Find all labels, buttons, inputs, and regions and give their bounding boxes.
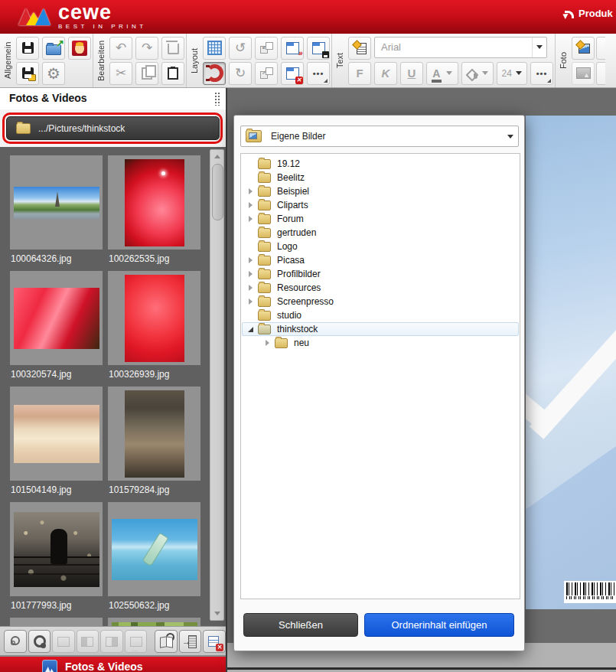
layout-more-button[interactable]: •••: [307, 62, 330, 85]
snap-magnet-button[interactable]: [203, 62, 226, 85]
photo-thumbnail[interactable]: [10, 271, 103, 365]
page-save-button[interactable]: [307, 37, 330, 60]
application-window: cewe BEST IN PRINT Produk Allgemein ⚙: [0, 0, 616, 672]
photo-thumbnail[interactable]: [10, 155, 103, 250]
tree-item-resources[interactable]: Resources: [242, 281, 519, 295]
bold-button[interactable]: F: [348, 62, 371, 85]
text-more-button[interactable]: •••: [530, 62, 553, 85]
send-backward-button[interactable]: ↙: [255, 37, 278, 60]
photo-thumbnail[interactable]: [10, 618, 103, 626]
expander-icon[interactable]: [246, 325, 255, 334]
photo-thumbnail[interactable]: [108, 271, 200, 365]
tree-item-picasa[interactable]: Picasa: [242, 253, 519, 267]
photo-scrollbar[interactable]: [210, 149, 224, 621]
remove-images-button[interactable]: [203, 630, 226, 653]
fill-color-button[interactable]: [461, 62, 494, 85]
photobook-page[interactable]: [526, 116, 616, 609]
more-icon: •••: [536, 69, 548, 78]
bring-forward-button[interactable]: ↗: [255, 62, 278, 85]
add-photo-button[interactable]: [572, 37, 595, 60]
view-pages-button: [125, 630, 148, 653]
font-family-combobox[interactable]: Arial: [374, 37, 547, 58]
photo-thumbnail[interactable]: [10, 387, 103, 481]
clipped-toolbar-button[interactable]: [596, 62, 605, 85]
product-view-button[interactable]: Produk: [562, 8, 616, 19]
settings-button[interactable]: ⚙: [42, 62, 65, 85]
page-delete-button[interactable]: ✕: [281, 62, 304, 85]
copy-button[interactable]: [135, 62, 158, 85]
current-folder-button[interactable]: .../Pictures/thinkstock: [6, 116, 220, 140]
expander-icon[interactable]: [246, 283, 255, 292]
drag-handle-icon[interactable]: [214, 92, 220, 106]
photo-panel-toolbar: [0, 626, 226, 655]
tree-item-19-12[interactable]: 19.12: [242, 157, 519, 171]
tree-item-beispiel[interactable]: Beispiel: [242, 184, 519, 198]
undo-button[interactable]: ↶: [109, 37, 132, 60]
rotate-right-button[interactable]: ↻: [229, 62, 252, 85]
cut-button[interactable]: ✂: [109, 62, 132, 85]
insert-folder-content-button[interactable]: Ordnerinhalt einfügen: [364, 613, 514, 637]
tree-item-forum[interactable]: Forum: [242, 212, 519, 226]
photo-image: [112, 519, 197, 580]
book-preview-button[interactable]: [155, 630, 178, 653]
expander-icon[interactable]: [262, 338, 272, 347]
underline-button[interactable]: U: [400, 62, 423, 85]
font-color-button[interactable]: A: [426, 62, 458, 85]
tree-item-studio[interactable]: studio: [242, 308, 519, 322]
tree-item-screenpresso[interactable]: Screenpresso: [242, 295, 519, 308]
font-family-dropdown[interactable]: [532, 38, 546, 57]
folder-icon: [275, 338, 288, 348]
expander-icon[interactable]: [246, 187, 255, 196]
expander-icon[interactable]: [246, 256, 255, 265]
tree-item-gertruden[interactable]: gertruden: [242, 226, 519, 240]
page-save-icon: [312, 42, 325, 54]
photo-thumbnail[interactable]: [10, 502, 103, 596]
tree-item-cliparts[interactable]: Cliparts: [242, 198, 519, 212]
photo-thumbnail[interactable]: [108, 502, 200, 596]
rotate-left-button[interactable]: ↺: [229, 37, 252, 60]
zoom-in-button[interactable]: [28, 630, 51, 653]
tree-item-profilbilder[interactable]: Profilbilder: [242, 267, 519, 281]
photo-thumbnail[interactable]: [108, 387, 200, 481]
photo-thumbnail[interactable]: [108, 155, 200, 250]
redo-button[interactable]: ↷: [135, 37, 158, 60]
expander-icon[interactable]: [246, 297, 255, 306]
expander-icon[interactable]: [246, 201, 255, 210]
close-button[interactable]: Schließen: [243, 613, 358, 637]
delete-button[interactable]: [161, 37, 184, 60]
profile-button[interactable]: [68, 37, 91, 60]
tree-item-neu[interactable]: neu: [242, 336, 519, 350]
scrollbar-thumb[interactable]: [212, 164, 223, 220]
toolbar-section-allgemein: Allgemein ⚙: [0, 34, 93, 87]
photo-thumbnail[interactable]: [108, 618, 200, 626]
open-button[interactable]: [42, 37, 65, 60]
location-dropdown[interactable]: [503, 126, 518, 146]
font-size-combobox[interactable]: 24: [497, 62, 527, 85]
expander-icon[interactable]: [246, 269, 255, 279]
scroll-up-arrow[interactable]: [210, 151, 223, 162]
zoom-out-button[interactable]: [4, 630, 27, 653]
toolbar-section-layout: Layout ↺ ↙ » ↻ ↗ ✕ •••: [187, 34, 332, 87]
tree-item-beelitz[interactable]: Beelitz: [242, 171, 519, 184]
page-forward-button[interactable]: »: [281, 37, 304, 60]
location-combobox[interactable]: Eigene Bilder: [240, 126, 519, 147]
add-text-button[interactable]: [348, 37, 371, 60]
view-split-right-button: [100, 630, 123, 653]
italic-button[interactable]: K: [374, 62, 397, 85]
import-images-button[interactable]: [179, 630, 202, 653]
paste-button[interactable]: [161, 62, 184, 85]
tree-item-logo[interactable]: Logo: [242, 240, 519, 253]
save-button[interactable]: [16, 37, 39, 60]
rotate-left-icon: ↺: [235, 41, 246, 54]
tree-item-thinkstock[interactable]: thinkstock: [242, 322, 519, 336]
clipped-toolbar-button[interactable]: [596, 37, 605, 60]
scroll-down-arrow[interactable]: [210, 608, 223, 619]
toolbar-section-bearbeiten: Bearbeiten ↶ ↷ ✂: [93, 34, 187, 87]
panel-footer-bar[interactable]: Fotos & Videos: [0, 655, 226, 672]
tree-item-label: Beispiel: [277, 186, 309, 197]
photo-frame-button[interactable]: [572, 62, 595, 85]
section-label-bearbeiten: Bearbeiten: [96, 38, 107, 83]
grid-button[interactable]: [203, 37, 226, 60]
expander-icon[interactable]: [246, 214, 255, 223]
save-as-button[interactable]: [16, 62, 39, 85]
